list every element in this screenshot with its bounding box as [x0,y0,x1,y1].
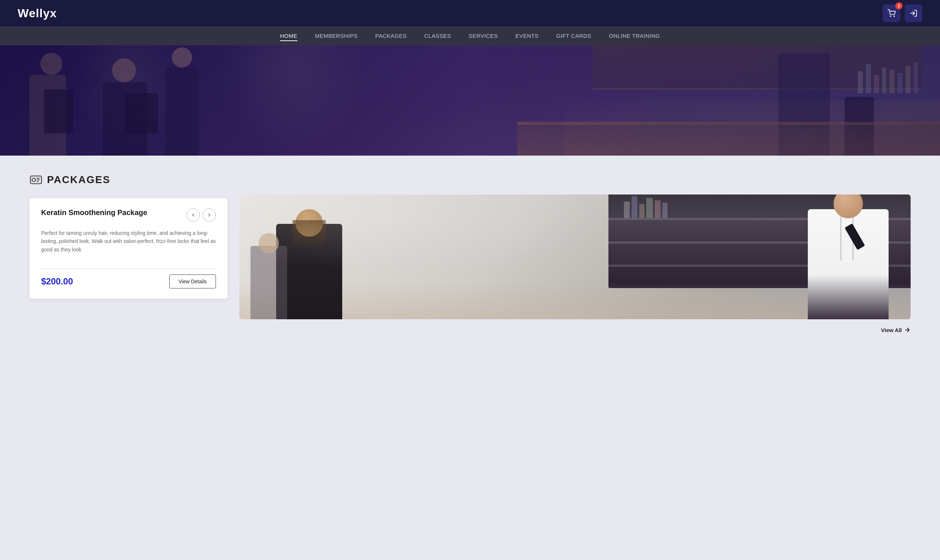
svg-point-4 [32,178,35,182]
view-all-row: View All [29,327,911,333]
arrow-right-icon [904,327,911,333]
cart-badge: 2 [895,2,903,9]
sign-in-icon [909,9,918,17]
nav-arrows [186,208,216,222]
header-actions: 2 [883,5,922,22]
nav-item-memberships[interactable]: MEMBERSHIPS [315,31,358,41]
nav-item-online-training[interactable]: ONLINE TRAINING [609,31,660,41]
nav-item-gift-cards[interactable]: GIFT CARDS [556,31,592,41]
package-divider [41,268,216,269]
nav-item-events[interactable]: EVENTS [516,31,539,41]
hero-overlay [0,46,940,155]
package-card: Keratin Smoothening Package [29,198,228,299]
svg-point-1 [894,16,894,17]
packages-image [239,194,911,319]
next-arrow-button[interactable] [203,208,216,222]
package-footer: $200.00 View Details [41,274,216,288]
hero-section [0,46,940,155]
view-all-label: View All [881,327,902,333]
packages-area: Keratin Smoothening Package [29,198,911,319]
section-header: PACKAGES [29,173,911,186]
main-content: PACKAGES Keratin Smoothening Package [0,155,940,355]
left-arrow-icon [191,212,196,218]
package-card-header: Keratin Smoothening Package [41,208,216,222]
svg-point-0 [890,16,891,17]
cart-button[interactable]: 2 [883,5,900,22]
right-arrow-icon [207,212,212,218]
id-card-icon [29,173,43,186]
view-details-button[interactable]: View Details [169,274,216,288]
salon-image [239,194,911,319]
prev-arrow-button[interactable] [186,208,200,222]
nav-item-classes[interactable]: CLASSES [424,31,451,41]
view-all-link[interactable]: View All [881,327,911,333]
barber-head [834,194,863,218]
cart-icon [888,9,895,17]
nav-item-packages[interactable]: PACKAGES [375,31,407,41]
logo: Wellyx [18,7,57,20]
login-button[interactable] [905,5,922,22]
package-description: Perfect for taming unruly hair, reducing… [41,229,216,254]
header: Wellyx 2 [0,0,940,26]
package-name: Keratin Smoothening Package [41,208,147,217]
packages-left: Keratin Smoothening Package [29,198,228,299]
nav-item-services[interactable]: SERVICES [468,31,498,41]
nav-item-home[interactable]: HOME [280,31,297,41]
main-nav: HOME MEMBERSHIPS PACKAGES CLASSES SERVIC… [0,26,940,46]
package-price: $200.00 [41,276,73,287]
window-light [239,194,609,269]
section-title: PACKAGES [47,174,111,186]
